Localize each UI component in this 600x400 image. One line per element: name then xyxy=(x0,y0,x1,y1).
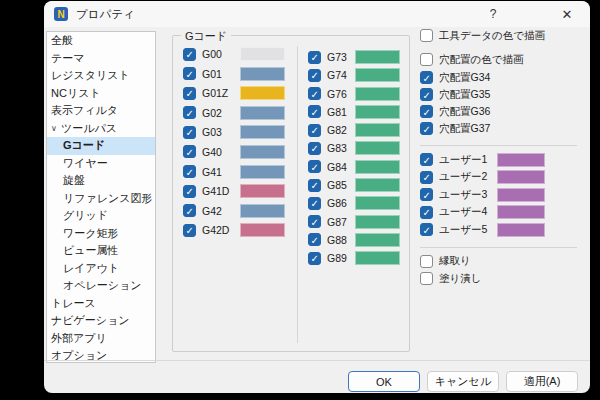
color-swatch[interactable] xyxy=(355,196,400,210)
gcode-checkbox[interactable] xyxy=(183,145,196,158)
sidebar-item[interactable]: リファレンス図形 xyxy=(47,190,155,208)
gcode-checkbox[interactable] xyxy=(308,215,321,228)
sidebar-item[interactable]: ワイヤー xyxy=(47,155,155,173)
user-color-label: ユーザー3 xyxy=(439,188,487,202)
gcode-checkbox[interactable] xyxy=(308,197,321,210)
color-swatch[interactable] xyxy=(355,178,400,192)
draw-tool-color-checkbox[interactable] xyxy=(420,29,433,42)
apply-button[interactable]: 適用(A) xyxy=(506,371,578,392)
color-swatch[interactable] xyxy=(240,86,285,100)
color-swatch[interactable] xyxy=(240,125,285,139)
outline-option-checkbox[interactable] xyxy=(420,255,433,268)
color-swatch[interactable] xyxy=(355,251,400,265)
color-swatch[interactable] xyxy=(355,141,400,155)
sidebar-item[interactable]: 外部アプリ xyxy=(47,330,155,348)
gcode-checkbox[interactable] xyxy=(183,204,196,217)
color-swatch[interactable] xyxy=(497,205,545,219)
sidebar-item[interactable]: ワーク矩形 xyxy=(47,225,155,243)
help-button[interactable]: ? xyxy=(476,3,510,25)
gcode-checkbox[interactable] xyxy=(308,142,321,155)
hole-option-checkbox[interactable] xyxy=(420,122,433,135)
user-color-checkbox[interactable] xyxy=(420,153,433,166)
gcode-label: G85 xyxy=(327,179,355,191)
draw-hole-color-checkbox[interactable] xyxy=(420,53,433,66)
gcode-checkbox[interactable] xyxy=(308,179,321,192)
user-color-checkbox[interactable] xyxy=(420,206,433,219)
gcode-checkbox[interactable] xyxy=(308,233,321,246)
gcode-checkbox[interactable] xyxy=(308,87,321,100)
color-swatch[interactable] xyxy=(240,106,285,120)
sidebar-item[interactable]: レジスタリスト xyxy=(47,67,155,85)
gcode-label: G81 xyxy=(327,106,355,118)
user-color-checkbox[interactable] xyxy=(420,171,433,184)
draw-tool-color: 工具データの色で描画 xyxy=(420,28,580,43)
gcode-row: G81 xyxy=(308,105,400,119)
fill-option-checkbox[interactable] xyxy=(420,272,433,285)
gcode-checkbox[interactable] xyxy=(183,165,196,178)
hole-option-checkbox[interactable] xyxy=(420,88,433,101)
hole-option-checkbox[interactable] xyxy=(420,71,433,84)
color-swatch[interactable] xyxy=(240,145,285,159)
hole-option-checkbox[interactable] xyxy=(420,105,433,118)
title-bar[interactable]: N プロパティ ? ✕ xyxy=(44,1,590,27)
color-swatch[interactable] xyxy=(497,188,545,202)
user-color-checkbox[interactable] xyxy=(420,188,433,201)
gcode-checkbox[interactable] xyxy=(183,126,196,139)
user-color-checkbox[interactable] xyxy=(420,223,433,236)
color-swatch[interactable] xyxy=(355,215,400,229)
sidebar-item[interactable]: ∨ツールパス xyxy=(47,120,155,138)
sidebar-item[interactable]: 全般 xyxy=(47,32,155,50)
user-color: ユーザー5 xyxy=(420,222,580,237)
color-swatch[interactable] xyxy=(240,67,285,81)
gcode-checkbox[interactable] xyxy=(183,224,196,237)
sidebar-item[interactable]: 表示フィルタ xyxy=(47,102,155,120)
color-swatch[interactable] xyxy=(240,184,285,198)
gcode-label: G00 xyxy=(202,48,240,60)
color-swatch[interactable] xyxy=(355,105,400,119)
sidebar-item[interactable]: ビュー属性 xyxy=(47,242,155,260)
gcode-checkbox[interactable] xyxy=(183,106,196,119)
color-swatch[interactable] xyxy=(355,160,400,174)
gcode-label: G01Z xyxy=(202,87,240,99)
sidebar-item[interactable]: レイアウト xyxy=(47,260,155,278)
gcode-checkbox[interactable] xyxy=(183,87,196,100)
sidebar-item[interactable]: NCリスト xyxy=(47,85,155,103)
color-swatch[interactable] xyxy=(497,170,545,184)
chevron-down-icon[interactable]: ∨ xyxy=(51,124,61,133)
sidebar-item[interactable]: Gコード xyxy=(47,137,155,155)
color-swatch[interactable] xyxy=(497,153,545,167)
gcode-checkbox[interactable] xyxy=(183,48,196,61)
color-swatch[interactable] xyxy=(240,204,285,218)
ok-button[interactable]: OK xyxy=(348,371,420,392)
sidebar-item-label: 表示フィルタ xyxy=(51,103,118,118)
sidebar-item[interactable]: テーマ xyxy=(47,50,155,68)
sidebar-item[interactable]: トレース xyxy=(47,295,155,313)
gcode-checkbox[interactable] xyxy=(308,105,321,118)
color-swatch[interactable] xyxy=(497,223,545,237)
color-swatch[interactable] xyxy=(240,223,285,237)
close-icon[interactable]: ✕ xyxy=(550,3,584,25)
color-swatch[interactable] xyxy=(240,47,285,61)
hole-option-label: 穴配置G35 xyxy=(439,88,490,102)
color-swatch[interactable] xyxy=(355,68,400,82)
gcode-checkbox[interactable] xyxy=(308,51,321,64)
gcode-label: G82 xyxy=(327,124,355,136)
gcode-checkbox[interactable] xyxy=(308,252,321,265)
gcode-checkbox[interactable] xyxy=(183,67,196,80)
gcode-checkbox[interactable] xyxy=(308,124,321,137)
gcode-checkbox[interactable] xyxy=(308,160,321,173)
gcode-checkbox[interactable] xyxy=(308,69,321,82)
cancel-button[interactable]: キャンセル xyxy=(427,371,499,392)
gcode-row: G82 xyxy=(308,123,400,137)
color-swatch[interactable] xyxy=(240,165,285,179)
color-swatch[interactable] xyxy=(355,50,400,64)
color-swatch[interactable] xyxy=(355,233,400,247)
color-swatch[interactable] xyxy=(355,123,400,137)
sidebar-item-label: Gコード xyxy=(63,138,105,153)
sidebar-item[interactable]: グリッド xyxy=(47,207,155,225)
sidebar-item[interactable]: オペレーション xyxy=(47,277,155,295)
color-swatch[interactable] xyxy=(355,87,400,101)
gcode-checkbox[interactable] xyxy=(183,185,196,198)
sidebar-item[interactable]: ナビゲーション xyxy=(47,312,155,330)
sidebar-item[interactable]: 旋盤 xyxy=(47,172,155,190)
